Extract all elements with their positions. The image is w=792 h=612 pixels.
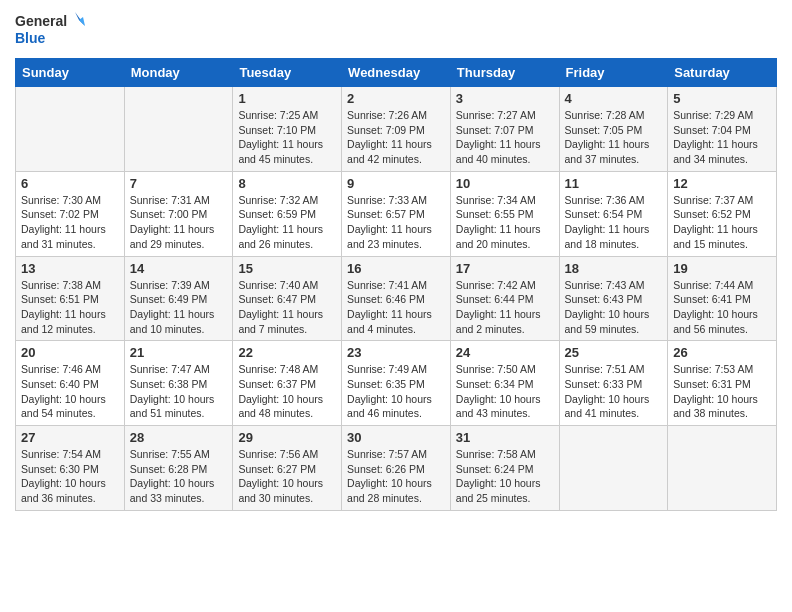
day-header-tuesday: Tuesday bbox=[233, 59, 342, 87]
day-info: Sunrise: 7:36 AM Sunset: 6:54 PM Dayligh… bbox=[565, 193, 663, 252]
day-number: 31 bbox=[456, 430, 554, 445]
day-header-sunday: Sunday bbox=[16, 59, 125, 87]
page: General Blue SundayMondayTuesdayWednesda… bbox=[0, 0, 792, 521]
day-number: 4 bbox=[565, 91, 663, 106]
day-number: 15 bbox=[238, 261, 336, 276]
day-number: 19 bbox=[673, 261, 771, 276]
day-cell: 4Sunrise: 7:28 AM Sunset: 7:05 PM Daylig… bbox=[559, 87, 668, 172]
day-header-wednesday: Wednesday bbox=[342, 59, 451, 87]
day-info: Sunrise: 7:42 AM Sunset: 6:44 PM Dayligh… bbox=[456, 278, 554, 337]
day-cell: 28Sunrise: 7:55 AM Sunset: 6:28 PM Dayli… bbox=[124, 426, 233, 511]
calendar-header: SundayMondayTuesdayWednesdayThursdayFrid… bbox=[16, 59, 777, 87]
day-number: 10 bbox=[456, 176, 554, 191]
day-info: Sunrise: 7:37 AM Sunset: 6:52 PM Dayligh… bbox=[673, 193, 771, 252]
day-cell: 22Sunrise: 7:48 AM Sunset: 6:37 PM Dayli… bbox=[233, 341, 342, 426]
day-number: 24 bbox=[456, 345, 554, 360]
day-cell: 25Sunrise: 7:51 AM Sunset: 6:33 PM Dayli… bbox=[559, 341, 668, 426]
day-info: Sunrise: 7:28 AM Sunset: 7:05 PM Dayligh… bbox=[565, 108, 663, 167]
day-info: Sunrise: 7:56 AM Sunset: 6:27 PM Dayligh… bbox=[238, 447, 336, 506]
week-row-5: 27Sunrise: 7:54 AM Sunset: 6:30 PM Dayli… bbox=[16, 426, 777, 511]
day-number: 12 bbox=[673, 176, 771, 191]
day-number: 22 bbox=[238, 345, 336, 360]
day-info: Sunrise: 7:55 AM Sunset: 6:28 PM Dayligh… bbox=[130, 447, 228, 506]
day-number: 23 bbox=[347, 345, 445, 360]
logo: General Blue bbox=[15, 10, 85, 50]
day-info: Sunrise: 7:46 AM Sunset: 6:40 PM Dayligh… bbox=[21, 362, 119, 421]
week-row-1: 1Sunrise: 7:25 AM Sunset: 7:10 PM Daylig… bbox=[16, 87, 777, 172]
day-cell: 11Sunrise: 7:36 AM Sunset: 6:54 PM Dayli… bbox=[559, 171, 668, 256]
day-info: Sunrise: 7:48 AM Sunset: 6:37 PM Dayligh… bbox=[238, 362, 336, 421]
day-cell: 1Sunrise: 7:25 AM Sunset: 7:10 PM Daylig… bbox=[233, 87, 342, 172]
svg-marker-3 bbox=[79, 17, 85, 26]
day-number: 17 bbox=[456, 261, 554, 276]
day-number: 13 bbox=[21, 261, 119, 276]
day-cell: 24Sunrise: 7:50 AM Sunset: 6:34 PM Dayli… bbox=[450, 341, 559, 426]
day-cell: 3Sunrise: 7:27 AM Sunset: 7:07 PM Daylig… bbox=[450, 87, 559, 172]
day-cell: 2Sunrise: 7:26 AM Sunset: 7:09 PM Daylig… bbox=[342, 87, 451, 172]
day-number: 2 bbox=[347, 91, 445, 106]
day-number: 21 bbox=[130, 345, 228, 360]
logo-svg: General Blue bbox=[15, 10, 85, 50]
day-cell: 6Sunrise: 7:30 AM Sunset: 7:02 PM Daylig… bbox=[16, 171, 125, 256]
day-cell: 26Sunrise: 7:53 AM Sunset: 6:31 PM Dayli… bbox=[668, 341, 777, 426]
day-info: Sunrise: 7:44 AM Sunset: 6:41 PM Dayligh… bbox=[673, 278, 771, 337]
day-number: 25 bbox=[565, 345, 663, 360]
day-info: Sunrise: 7:51 AM Sunset: 6:33 PM Dayligh… bbox=[565, 362, 663, 421]
day-info: Sunrise: 7:53 AM Sunset: 6:31 PM Dayligh… bbox=[673, 362, 771, 421]
day-number: 28 bbox=[130, 430, 228, 445]
day-info: Sunrise: 7:32 AM Sunset: 6:59 PM Dayligh… bbox=[238, 193, 336, 252]
day-info: Sunrise: 7:29 AM Sunset: 7:04 PM Dayligh… bbox=[673, 108, 771, 167]
day-info: Sunrise: 7:39 AM Sunset: 6:49 PM Dayligh… bbox=[130, 278, 228, 337]
day-number: 30 bbox=[347, 430, 445, 445]
header-row: SundayMondayTuesdayWednesdayThursdayFrid… bbox=[16, 59, 777, 87]
day-info: Sunrise: 7:54 AM Sunset: 6:30 PM Dayligh… bbox=[21, 447, 119, 506]
day-header-saturday: Saturday bbox=[668, 59, 777, 87]
day-cell: 13Sunrise: 7:38 AM Sunset: 6:51 PM Dayli… bbox=[16, 256, 125, 341]
day-info: Sunrise: 7:30 AM Sunset: 7:02 PM Dayligh… bbox=[21, 193, 119, 252]
day-cell: 18Sunrise: 7:43 AM Sunset: 6:43 PM Dayli… bbox=[559, 256, 668, 341]
day-number: 16 bbox=[347, 261, 445, 276]
day-cell: 27Sunrise: 7:54 AM Sunset: 6:30 PM Dayli… bbox=[16, 426, 125, 511]
day-cell: 15Sunrise: 7:40 AM Sunset: 6:47 PM Dayli… bbox=[233, 256, 342, 341]
day-number: 18 bbox=[565, 261, 663, 276]
day-number: 29 bbox=[238, 430, 336, 445]
day-info: Sunrise: 7:49 AM Sunset: 6:35 PM Dayligh… bbox=[347, 362, 445, 421]
day-cell: 10Sunrise: 7:34 AM Sunset: 6:55 PM Dayli… bbox=[450, 171, 559, 256]
day-cell: 9Sunrise: 7:33 AM Sunset: 6:57 PM Daylig… bbox=[342, 171, 451, 256]
day-cell: 21Sunrise: 7:47 AM Sunset: 6:38 PM Dayli… bbox=[124, 341, 233, 426]
day-number: 9 bbox=[347, 176, 445, 191]
day-number: 7 bbox=[130, 176, 228, 191]
day-number: 5 bbox=[673, 91, 771, 106]
day-number: 3 bbox=[456, 91, 554, 106]
day-cell: 17Sunrise: 7:42 AM Sunset: 6:44 PM Dayli… bbox=[450, 256, 559, 341]
day-info: Sunrise: 7:50 AM Sunset: 6:34 PM Dayligh… bbox=[456, 362, 554, 421]
day-number: 26 bbox=[673, 345, 771, 360]
calendar-body: 1Sunrise: 7:25 AM Sunset: 7:10 PM Daylig… bbox=[16, 87, 777, 511]
day-number: 8 bbox=[238, 176, 336, 191]
day-cell bbox=[16, 87, 125, 172]
svg-text:Blue: Blue bbox=[15, 30, 46, 46]
day-cell: 31Sunrise: 7:58 AM Sunset: 6:24 PM Dayli… bbox=[450, 426, 559, 511]
day-info: Sunrise: 7:47 AM Sunset: 6:38 PM Dayligh… bbox=[130, 362, 228, 421]
header: General Blue bbox=[15, 10, 777, 50]
day-number: 27 bbox=[21, 430, 119, 445]
day-number: 6 bbox=[21, 176, 119, 191]
day-info: Sunrise: 7:26 AM Sunset: 7:09 PM Dayligh… bbox=[347, 108, 445, 167]
day-info: Sunrise: 7:41 AM Sunset: 6:46 PM Dayligh… bbox=[347, 278, 445, 337]
day-cell: 23Sunrise: 7:49 AM Sunset: 6:35 PM Dayli… bbox=[342, 341, 451, 426]
day-info: Sunrise: 7:58 AM Sunset: 6:24 PM Dayligh… bbox=[456, 447, 554, 506]
day-cell: 29Sunrise: 7:56 AM Sunset: 6:27 PM Dayli… bbox=[233, 426, 342, 511]
week-row-3: 13Sunrise: 7:38 AM Sunset: 6:51 PM Dayli… bbox=[16, 256, 777, 341]
day-info: Sunrise: 7:34 AM Sunset: 6:55 PM Dayligh… bbox=[456, 193, 554, 252]
day-cell: 20Sunrise: 7:46 AM Sunset: 6:40 PM Dayli… bbox=[16, 341, 125, 426]
day-number: 14 bbox=[130, 261, 228, 276]
day-header-friday: Friday bbox=[559, 59, 668, 87]
day-info: Sunrise: 7:38 AM Sunset: 6:51 PM Dayligh… bbox=[21, 278, 119, 337]
day-cell: 16Sunrise: 7:41 AM Sunset: 6:46 PM Dayli… bbox=[342, 256, 451, 341]
day-header-monday: Monday bbox=[124, 59, 233, 87]
day-cell bbox=[559, 426, 668, 511]
day-cell: 30Sunrise: 7:57 AM Sunset: 6:26 PM Dayli… bbox=[342, 426, 451, 511]
day-number: 11 bbox=[565, 176, 663, 191]
day-info: Sunrise: 7:33 AM Sunset: 6:57 PM Dayligh… bbox=[347, 193, 445, 252]
svg-text:General: General bbox=[15, 13, 67, 29]
